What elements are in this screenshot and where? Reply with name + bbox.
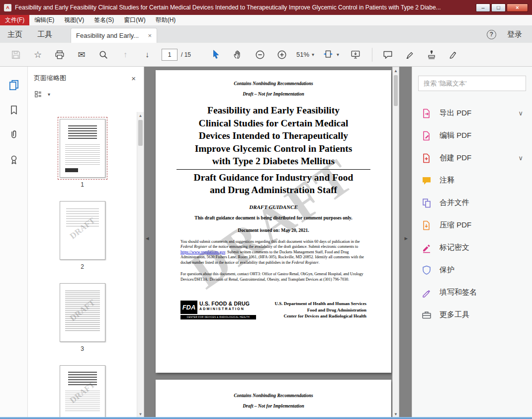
tools-search-input[interactable] bbox=[418, 76, 526, 91]
save-button[interactable] bbox=[7, 46, 24, 63]
minimize-button[interactable]: – bbox=[476, 3, 490, 12]
hhs-line: U.S. Department of Health and Human Serv… bbox=[275, 301, 367, 307]
search-button[interactable] bbox=[95, 46, 112, 63]
tool-comment[interactable]: 注释 bbox=[418, 169, 526, 192]
previous-page-button[interactable]: ↑ bbox=[117, 46, 134, 63]
tool-protect[interactable]: 保护 bbox=[418, 259, 526, 281]
regulations-gov-link[interactable]: https://www.regulations.gov bbox=[180, 250, 225, 254]
tab-bar: 主页 工具 Feasibility and Early... × ? 登录 bbox=[0, 26, 532, 43]
fda-logo-line1: U.S. FOOD & DRUG bbox=[199, 301, 250, 307]
reading-mode-button[interactable] bbox=[347, 46, 364, 63]
menu-item-window[interactable]: 窗口(W) bbox=[119, 15, 150, 25]
tool-create-pdf[interactable]: 创建 PDF ∨ bbox=[418, 147, 526, 169]
help-button[interactable]: ? bbox=[487, 30, 496, 39]
ink-pen-icon bbox=[448, 49, 459, 60]
tool-label: 编辑 PDF bbox=[440, 131, 471, 140]
fda-logo: FDA U.S. FOOD & DRUG ADMINISTRATION CENT… bbox=[180, 301, 256, 319]
page-number-input[interactable] bbox=[162, 49, 177, 61]
close-button[interactable]: × bbox=[507, 3, 528, 12]
next-page-button[interactable]: ↓ bbox=[139, 46, 156, 63]
scroll-up-icon[interactable]: ▲ bbox=[393, 69, 399, 73]
email-button[interactable]: ✉ bbox=[73, 46, 90, 63]
page-thumbnails-panel-button[interactable] bbox=[6, 78, 21, 93]
signature-panel-button[interactable] bbox=[6, 152, 21, 167]
printer-icon bbox=[54, 49, 65, 60]
pointer-icon bbox=[211, 49, 222, 60]
seal-icon bbox=[8, 154, 20, 166]
page-header-line: Contains Nonbinding Recommendations bbox=[156, 81, 391, 86]
collapse-left-panel-button[interactable]: ◂ bbox=[146, 235, 149, 241]
zoom-out-button[interactable] bbox=[252, 46, 268, 63]
document-scrollbar[interactable]: ▲ ▼ bbox=[392, 67, 399, 419]
scrollbar-thumb[interactable] bbox=[394, 75, 398, 106]
chevron-down-icon[interactable]: ∨ bbox=[518, 154, 523, 162]
bookmarks-panel-button[interactable] bbox=[6, 103, 21, 117]
thumbnail-image[interactable]: DRAFT bbox=[60, 283, 105, 342]
thumbnail-image[interactable]: DRAFT bbox=[60, 365, 105, 419]
thumbnail-page-2[interactable]: DRAFT 2 bbox=[28, 201, 137, 270]
hhs-line: Food and Drug Administration bbox=[275, 307, 367, 314]
plus-circle-icon bbox=[276, 49, 287, 60]
zoom-in-button[interactable] bbox=[273, 46, 290, 63]
print-button[interactable] bbox=[51, 46, 68, 63]
tool-label: 压缩 PDF bbox=[440, 220, 471, 230]
scroll-down-icon[interactable]: ▼ bbox=[137, 412, 144, 417]
panel-close-icon[interactable]: × bbox=[131, 75, 136, 82]
login-button[interactable]: 登录 bbox=[507, 30, 522, 39]
collapse-left-icon: ◂ bbox=[146, 234, 149, 242]
stamp-tool-button[interactable] bbox=[423, 46, 440, 63]
tool-fill-sign[interactable]: 填写和签名 bbox=[418, 281, 526, 304]
thumbnails-scrollbar[interactable]: ▲ ▼ bbox=[137, 112, 144, 419]
minus-circle-icon bbox=[255, 49, 266, 60]
tool-combine-files[interactable]: 合并文件 bbox=[418, 192, 526, 214]
thumbnails-options-button[interactable]: ▾ bbox=[34, 90, 144, 99]
tools-panel: 导出 PDF ∨ 编辑 PDF 创建 PDF ∨ bbox=[412, 67, 532, 419]
thumbnail-image[interactable]: DRAFT bbox=[60, 201, 105, 260]
thumbnails-panel: 页面缩略图 × ▾ 1 DRAFT bbox=[28, 67, 144, 419]
document-page-1: DRAFT Contains Nonbinding Recommendation… bbox=[156, 70, 391, 373]
thumbnail-page-1[interactable]: 1 bbox=[28, 119, 137, 188]
menu-item-help[interactable]: 帮助(H) bbox=[151, 15, 181, 25]
thumbnail-page-4[interactable]: DRAFT 4 bbox=[28, 365, 137, 419]
tool-label: 注释 bbox=[440, 176, 454, 185]
zoom-level-dropdown[interactable]: 51% ▾ bbox=[296, 51, 314, 58]
page-display-button[interactable]: ▾ bbox=[319, 46, 342, 63]
tab-close-icon[interactable]: × bbox=[148, 32, 152, 39]
comment-tool-button[interactable] bbox=[379, 46, 396, 63]
favorite-button[interactable]: ☆ bbox=[29, 46, 46, 63]
collapse-right-panel-button[interactable]: ▸ bbox=[404, 235, 408, 241]
tool-edit-pdf[interactable]: 编辑 PDF bbox=[418, 124, 526, 147]
tab-tools[interactable]: 工具 bbox=[30, 26, 60, 43]
arrow-down-icon: ↓ bbox=[145, 51, 149, 59]
attachments-panel-button[interactable] bbox=[6, 127, 21, 142]
scrollbar-thumb[interactable] bbox=[138, 120, 143, 146]
thumbnail-page-3[interactable]: DRAFT 3 bbox=[28, 283, 137, 352]
menu-item-view[interactable]: 视图(V) bbox=[59, 15, 89, 25]
highlight-tool-button[interactable] bbox=[401, 46, 418, 63]
thumbnail-image[interactable] bbox=[60, 119, 105, 178]
document-subtitle: Draft Guidance for Industry and Food and… bbox=[156, 171, 391, 197]
maximize-button[interactable]: □ bbox=[491, 3, 506, 12]
tool-more-tools[interactable]: 更多工具 bbox=[418, 304, 526, 326]
chevron-down-icon[interactable]: ∨ bbox=[518, 109, 523, 117]
scroll-up-icon[interactable]: ▲ bbox=[137, 113, 144, 118]
sign-tool-button[interactable] bbox=[445, 46, 462, 63]
star-icon: ☆ bbox=[34, 50, 42, 59]
window-title: Feasibility and Early Feasibility Clinic… bbox=[15, 4, 472, 11]
tool-compress-pdf[interactable]: 压缩 PDF bbox=[418, 214, 526, 236]
scroll-down-icon[interactable]: ▼ bbox=[393, 412, 399, 417]
hand-tool-button[interactable] bbox=[230, 46, 247, 63]
envelope-icon: ✉ bbox=[78, 50, 85, 59]
title-line: Feasibility and Early Feasibility bbox=[156, 104, 391, 117]
tool-export-pdf[interactable]: 导出 PDF ∨ bbox=[418, 102, 526, 124]
tab-home[interactable]: 主页 bbox=[0, 26, 30, 43]
combine-files-icon bbox=[421, 198, 432, 209]
select-tool-button[interactable] bbox=[208, 46, 225, 63]
document-tab[interactable]: Feasibility and Early... × bbox=[71, 28, 157, 43]
tool-redact[interactable]: 标记密文 bbox=[418, 236, 526, 259]
fda-logo-bar: CENTER FOR DEVICES & RADIOLOGICAL HEALTH bbox=[180, 315, 256, 319]
bookmark-icon bbox=[8, 104, 20, 116]
menu-item-file[interactable]: 文件(F) bbox=[0, 15, 29, 25]
menu-item-edit[interactable]: 编辑(E) bbox=[29, 15, 59, 25]
menu-item-sign[interactable]: 签名(S) bbox=[89, 15, 119, 25]
